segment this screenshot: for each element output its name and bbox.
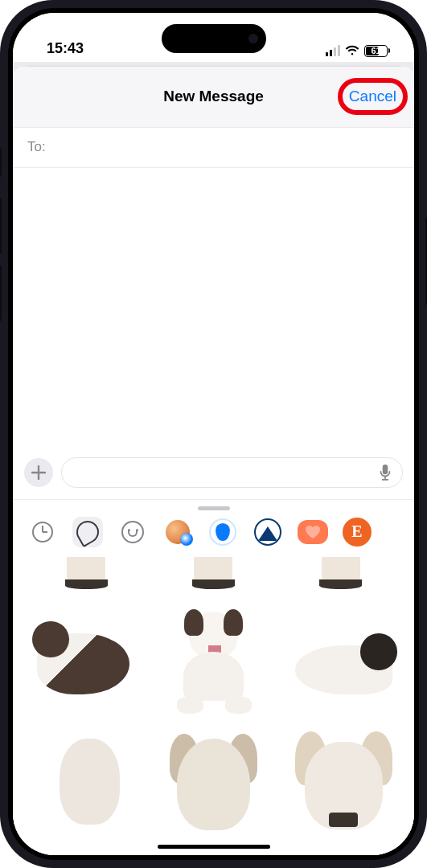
- add-button[interactable]: [24, 458, 53, 487]
- clock-icon: [32, 522, 53, 542]
- wifi-icon: [345, 45, 359, 56]
- sticker-partial[interactable]: [317, 557, 365, 589]
- message-input-pill[interactable]: [61, 457, 403, 488]
- status-indicators: 61: [326, 45, 391, 57]
- cancel-button[interactable]: Cancel: [343, 84, 403, 108]
- battery-indicator: 61: [364, 45, 390, 57]
- mountain-icon: [254, 518, 281, 546]
- sticker-shape-icon: [72, 517, 103, 547]
- sticker-dog-head-teeth[interactable]: [282, 727, 404, 849]
- message-input[interactable]: [72, 465, 378, 481]
- home-indicator[interactable]: [158, 845, 270, 849]
- sticker-partial[interactable]: [62, 557, 110, 589]
- to-field-row[interactable]: To:: [13, 128, 414, 168]
- compose-input-row: [13, 457, 414, 499]
- heart-icon: [304, 525, 322, 539]
- battery-percent: 61: [371, 46, 380, 55]
- smiley-icon: [121, 521, 144, 543]
- page-title: New Message: [163, 88, 264, 105]
- sticker-dog-front-tongue-out[interactable]: [153, 597, 275, 719]
- cellular-signal-icon: [326, 45, 341, 56]
- app-memoji-avatar[interactable]: [162, 517, 193, 547]
- dynamic-island: [162, 24, 266, 53]
- memoji-icon: [166, 520, 190, 544]
- dictation-icon[interactable]: [378, 464, 392, 481]
- app-recents[interactable]: [27, 517, 58, 547]
- sticker-dog-side-harness[interactable]: [282, 597, 404, 719]
- imessage-app-drawer: E: [13, 499, 414, 855]
- app-hydration[interactable]: [207, 517, 238, 547]
- drawer-grabber[interactable]: [198, 506, 230, 510]
- status-time: 15:43: [47, 40, 84, 57]
- mute-switch: [0, 148, 2, 177]
- phone-frame: 15:43 61 New Message: [0, 0, 427, 868]
- app-etsy[interactable]: E: [343, 518, 372, 547]
- drop-icon: [209, 518, 236, 546]
- sticker-dog-pair-playing[interactable]: [23, 597, 145, 719]
- volume-up: [0, 198, 2, 254]
- conversation-area: [13, 168, 414, 457]
- plus-icon: [31, 465, 46, 480]
- sticker-row-partial: [23, 557, 404, 589]
- svg-rect-0: [383, 465, 388, 474]
- app-stickers[interactable]: [72, 517, 103, 547]
- volume-down: [0, 265, 2, 321]
- to-input[interactable]: [54, 139, 400, 155]
- sticker-dog-head-ears-up[interactable]: [153, 727, 275, 849]
- app-memoji-smiley[interactable]: [117, 517, 148, 547]
- app-peaks[interactable]: [253, 517, 283, 547]
- app-heart[interactable]: [298, 520, 328, 544]
- sticker-dog-head-tan[interactable]: [23, 727, 145, 849]
- sticker-partial[interactable]: [189, 557, 237, 589]
- app-row[interactable]: E: [13, 517, 414, 557]
- to-label: To:: [27, 139, 46, 155]
- nav-bar: New Message Cancel: [13, 67, 414, 128]
- new-message-sheet: New Message Cancel To:: [13, 67, 414, 855]
- sticker-grid-area[interactable]: [13, 557, 414, 855]
